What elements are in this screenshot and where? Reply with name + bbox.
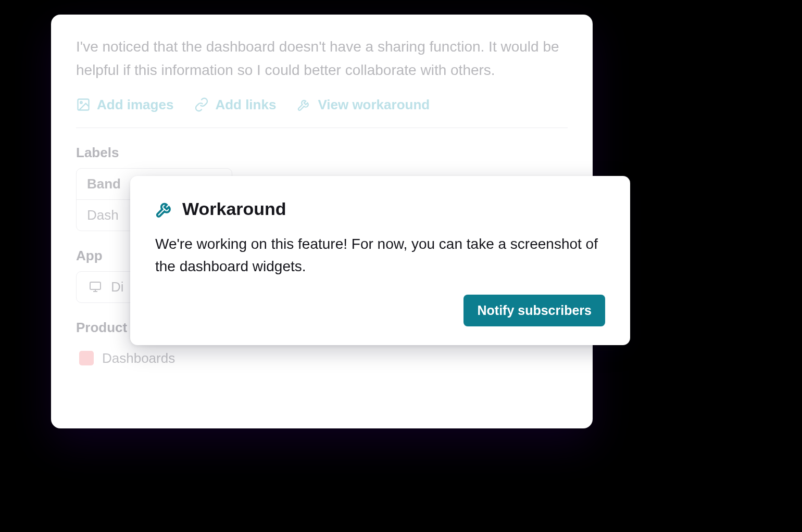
image-icon [76,97,91,112]
notify-subscribers-button[interactable]: Notify subscribers [463,295,605,326]
add-links-link[interactable]: Add links [194,97,276,113]
add-images-link[interactable]: Add images [76,97,173,113]
wrench-icon [297,97,311,112]
app-chip-text: Di [111,279,124,295]
action-row: Add images Add links View workaround [76,97,568,128]
view-workaround-link[interactable]: View workaround [297,97,430,113]
workaround-popup: Workaround We're working on this feature… [130,176,630,345]
label-chip-text: Dash [87,207,119,223]
product-area-chip-text: Dashboards [102,350,175,366]
popup-footer: Notify subscribers [155,295,605,326]
app-chip[interactable]: Di [76,271,136,303]
label-chip-text: Band [87,176,121,192]
product-area-chip[interactable]: Dashboards [76,343,186,374]
popup-body: We're working on this feature! For now, … [155,233,605,278]
popup-header: Workaround [155,199,605,219]
product-area-swatch [79,351,94,365]
labels-title: Labels [76,145,568,161]
add-images-label: Add images [97,97,173,113]
popup-title: Workaround [182,199,286,219]
link-icon [194,97,209,112]
description-text: I've noticed that the dashboard doesn't … [76,35,568,82]
monitor-icon [88,281,103,293]
svg-rect-2 [90,282,101,289]
svg-point-1 [80,102,82,104]
add-links-label: Add links [215,97,276,113]
wrench-icon [155,200,174,219]
view-workaround-label: View workaround [318,97,430,113]
